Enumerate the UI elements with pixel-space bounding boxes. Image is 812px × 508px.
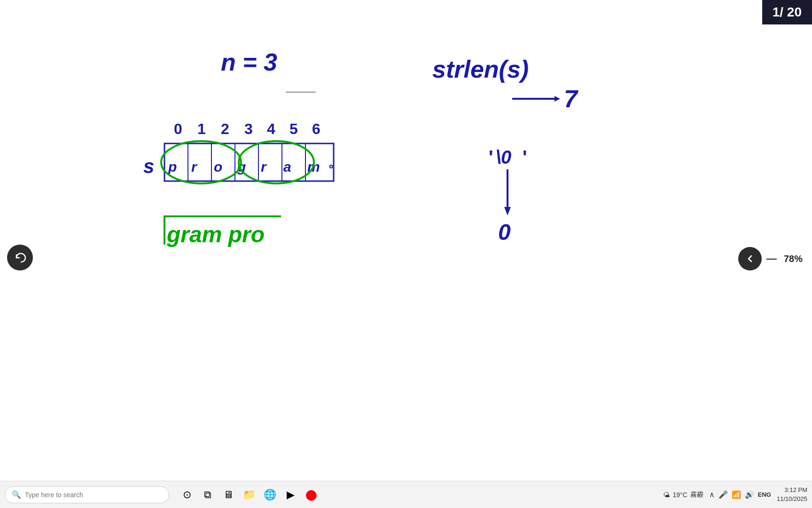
taskbar: 🔍 ⊙ ⧉ 🖥 📁 🌐 ▶ ⬤ 🌤 19°C 霧霾 ∧ 🎤 📶 🔊 ENG 3:… — [0, 481, 812, 508]
svg-text:n = 3: n = 3 — [221, 48, 277, 76]
weather-widget: 🌤 19°C 霧霾 — [663, 491, 703, 499]
slide-counter: 1/ 20 — [762, 0, 812, 24]
svg-text:': ' — [523, 147, 527, 167]
clock-date: 11/10/2025 — [777, 495, 807, 503]
svg-point-29 — [239, 141, 314, 183]
search-input[interactable] — [25, 491, 162, 499]
taskbar-whiteboard-app[interactable]: 🖥 — [220, 486, 237, 503]
undo-button[interactable] — [7, 245, 33, 270]
taskbar-other-app[interactable]: ⬤ — [303, 486, 320, 503]
svg-marker-34 — [504, 207, 511, 215]
search-bar[interactable]: 🔍 — [5, 486, 169, 503]
system-tray: ∧ 🎤 📶 🔊 ENG — [709, 490, 771, 499]
svg-text:p: p — [168, 159, 177, 175]
weather-condition: 霧霾 — [690, 491, 703, 499]
tray-network-icon[interactable]: 📶 — [732, 490, 741, 499]
svg-text:gram pro: gram pro — [166, 222, 265, 247]
tray-mic-icon[interactable]: 🎤 — [718, 490, 728, 499]
svg-text:ᵒ: ᵒ — [329, 162, 333, 174]
svg-text:6: 6 — [312, 120, 320, 137]
prev-button[interactable] — [738, 247, 762, 270]
zoom-level-display: 78% — [781, 254, 805, 264]
clock-time: 3:12 PM — [777, 486, 807, 494]
taskbar-right: 🌤 19°C 霧霾 ∧ 🎤 📶 🔊 ENG 3:12 PM 11/10/2025 — [663, 486, 807, 503]
svg-text:7: 7 — [564, 85, 578, 112]
clock-display[interactable]: 3:12 PM 11/10/2025 — [777, 486, 807, 503]
svg-text:strlen(s): strlen(s) — [432, 56, 529, 83]
tray-expand-icon[interactable]: ∧ — [709, 490, 715, 499]
svg-text:4: 4 — [267, 120, 275, 137]
weather-temp: 19°C — [672, 491, 687, 499]
svg-text:o: o — [214, 159, 222, 175]
weather-icon: 🌤 — [663, 491, 670, 499]
taskbar-apps: ⊙ ⧉ 🖥 📁 🌐 ▶ ⬤ — [179, 486, 320, 503]
svg-text:0: 0 — [174, 120, 182, 137]
svg-text:0: 0 — [498, 220, 511, 245]
svg-text:a: a — [283, 159, 291, 175]
taskbar-files-app[interactable]: 📁 — [241, 486, 258, 503]
taskbar-media-app[interactable]: ▶ — [282, 486, 299, 503]
nav-controls: — 78% — [738, 247, 805, 270]
tray-volume-icon[interactable]: 🔊 — [745, 490, 754, 499]
svg-text:5: 5 — [289, 120, 298, 137]
taskbar-start-button[interactable]: ⊙ — [179, 486, 195, 503]
svg-text:r: r — [261, 159, 267, 175]
svg-marker-3 — [554, 96, 560, 102]
svg-text:': ' — [489, 147, 493, 167]
search-icon: 🔍 — [12, 490, 21, 499]
svg-text:3: 3 — [244, 120, 253, 137]
drawing-canvas: n = 3 strlen(s) 7 0 1 2 3 4 5 6 s p r — [0, 0, 812, 386]
zoom-minus-button[interactable]: — — [766, 253, 777, 265]
svg-text:r: r — [191, 159, 198, 175]
svg-text:2: 2 — [221, 120, 229, 137]
svg-text:s: s — [143, 155, 154, 177]
language-indicator[interactable]: ENG — [758, 491, 771, 498]
taskbar-chrome-app[interactable]: 🌐 — [261, 486, 278, 503]
taskbar-taskview-button[interactable]: ⧉ — [199, 486, 216, 503]
slide-counter-label: 1/ 20 — [773, 5, 802, 19]
svg-text:\0: \0 — [496, 147, 511, 167]
whiteboard: 1/ 20 n = 3 strlen(s) 7 0 1 2 3 4 5 6 s — [0, 0, 812, 386]
svg-text:1: 1 — [197, 120, 206, 137]
